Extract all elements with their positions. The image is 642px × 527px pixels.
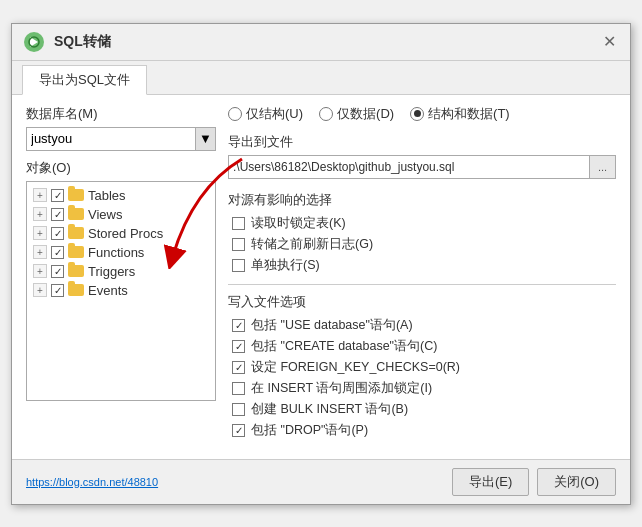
radio-structure-only[interactable]: 仅结构(U) <box>228 105 303 123</box>
app-icon <box>22 30 46 54</box>
expand-events[interactable]: + <box>33 283 47 297</box>
main-window: SQL转储 ✕ 导出为SQL文件 数据库名(M) justyou ▼ 对象(O)… <box>11 23 631 505</box>
checkbox-bulk-insert[interactable] <box>232 403 245 416</box>
footer: https://blog.csdn.net/48810 导出(E) 关闭(O) <box>12 459 630 504</box>
option-create-db: 包括 "CREATE database"语句(C) <box>228 338 616 355</box>
label-views: Views <box>88 207 122 222</box>
browse-button[interactable]: ... <box>590 155 616 179</box>
label-lock-tables: 读取时锁定表(K) <box>251 215 346 232</box>
label-bulk-insert: 创建 BULK INSERT 语句(B) <box>251 401 408 418</box>
main-content: 数据库名(M) justyou ▼ 对象(O) + Tables + <box>12 95 630 459</box>
object-section-label: 对象(O) <box>26 159 216 177</box>
label-functions: Functions <box>88 245 144 260</box>
tree-item-views[interactable]: + Views <box>29 205 213 224</box>
radio-structure-data[interactable]: 结构和数据(T) <box>410 105 510 123</box>
tree-item-triggers[interactable]: + Triggers <box>29 262 213 281</box>
checkbox-lock-tables[interactable] <box>232 217 245 230</box>
folder-events <box>68 284 84 296</box>
folder-stored-procs <box>68 227 84 239</box>
tab-export-sql[interactable]: 导出为SQL文件 <box>22 65 147 95</box>
right-panel: 仅结构(U) 仅数据(D) 结构和数据(T) 导出到文件 ... 对源有影响 <box>228 105 616 449</box>
title-bar-left: SQL转储 <box>22 30 111 54</box>
write-options-label: 写入文件选项 <box>228 293 616 311</box>
tree-item-tables[interactable]: + Tables <box>29 186 213 205</box>
checkbox-single-transaction[interactable] <box>232 259 245 272</box>
expand-stored-procs[interactable]: + <box>33 226 47 240</box>
expand-views[interactable]: + <box>33 207 47 221</box>
export-button[interactable]: 导出(E) <box>452 468 529 496</box>
option-fk-checks: 设定 FOREIGN_KEY_CHECKS=0(R) <box>228 359 616 376</box>
tab-bar: 导出为SQL文件 <box>12 61 630 95</box>
title-bar: SQL转储 ✕ <box>12 24 630 61</box>
export-file-label: 导出到文件 <box>228 133 616 151</box>
db-select-row: justyou ▼ <box>26 127 216 151</box>
option-lock-tables: 读取时锁定表(K) <box>228 215 616 232</box>
file-path-input[interactable] <box>228 155 590 179</box>
footer-buttons: 导出(E) 关闭(O) <box>452 468 616 496</box>
option-use-db: 包括 "USE database"语句(A) <box>228 317 616 334</box>
db-section-label: 数据库名(M) <box>26 105 216 123</box>
checkbox-use-db[interactable] <box>232 319 245 332</box>
checkbox-stored-procs[interactable] <box>51 227 64 240</box>
checkbox-lock-insert[interactable] <box>232 382 245 395</box>
folder-triggers <box>68 265 84 277</box>
option-drop-stmt: 包括 "DROP"语句(P) <box>228 422 616 439</box>
radio-circle-both[interactable] <box>410 107 424 121</box>
radio-circle-structure[interactable] <box>228 107 242 121</box>
label-triggers: Triggers <box>88 264 135 279</box>
checkbox-functions[interactable] <box>51 246 64 259</box>
label-flush-log: 转储之前刷新日志(G) <box>251 236 373 253</box>
option-flush-log: 转储之前刷新日志(G) <box>228 236 616 253</box>
label-events: Events <box>88 283 128 298</box>
expand-triggers[interactable]: + <box>33 264 47 278</box>
checkbox-events[interactable] <box>51 284 64 297</box>
radio-circle-data[interactable] <box>319 107 333 121</box>
tree-item-functions[interactable]: + Functions <box>29 243 213 262</box>
close-button-footer[interactable]: 关闭(O) <box>537 468 616 496</box>
folder-functions <box>68 246 84 258</box>
label-create-db: 包括 "CREATE database"语句(C) <box>251 338 437 355</box>
file-input-row: ... <box>228 155 616 179</box>
footer-link[interactable]: https://blog.csdn.net/48810 <box>26 476 158 488</box>
source-options-label: 对源有影响的选择 <box>228 191 616 209</box>
db-select-arrow[interactable]: ▼ <box>196 127 216 151</box>
label-single-transaction: 单独执行(S) <box>251 257 320 274</box>
expand-tables[interactable]: + <box>33 188 47 202</box>
label-tables: Tables <box>88 188 126 203</box>
checkbox-drop-stmt[interactable] <box>232 424 245 437</box>
checkbox-triggers[interactable] <box>51 265 64 278</box>
divider <box>228 284 616 285</box>
tree-item-events[interactable]: + Events <box>29 281 213 300</box>
write-options-section: 写入文件选项 包括 "USE database"语句(A) 包括 "CREATE… <box>228 293 616 439</box>
checkbox-create-db[interactable] <box>232 340 245 353</box>
option-single-transaction: 单独执行(S) <box>228 257 616 274</box>
radio-label-both: 结构和数据(T) <box>428 105 510 123</box>
radio-data-only[interactable]: 仅数据(D) <box>319 105 394 123</box>
expand-functions[interactable]: + <box>33 245 47 259</box>
folder-tables <box>68 189 84 201</box>
source-options-section: 对源有影响的选择 读取时锁定表(K) 转储之前刷新日志(G) 单独执行(S) <box>228 191 616 274</box>
tree-item-stored-procs[interactable]: + Stored Procs <box>29 224 213 243</box>
checkbox-fk-checks[interactable] <box>232 361 245 374</box>
db-select[interactable]: justyou <box>26 127 196 151</box>
label-drop-stmt: 包括 "DROP"语句(P) <box>251 422 368 439</box>
label-fk-checks: 设定 FOREIGN_KEY_CHECKS=0(R) <box>251 359 460 376</box>
close-button[interactable]: ✕ <box>599 32 620 51</box>
window-title: SQL转储 <box>54 33 111 51</box>
object-tree: + Tables + Views + Stored Proc <box>26 181 216 401</box>
checkbox-tables[interactable] <box>51 189 64 202</box>
option-lock-insert: 在 INSERT 语句周围添加锁定(I) <box>228 380 616 397</box>
checkbox-views[interactable] <box>51 208 64 221</box>
radio-group-top: 仅结构(U) 仅数据(D) 结构和数据(T) <box>228 105 616 123</box>
checkbox-flush-log[interactable] <box>232 238 245 251</box>
label-lock-insert: 在 INSERT 语句周围添加锁定(I) <box>251 380 432 397</box>
radio-label-structure: 仅结构(U) <box>246 105 303 123</box>
radio-label-data: 仅数据(D) <box>337 105 394 123</box>
label-stored-procs: Stored Procs <box>88 226 163 241</box>
option-bulk-insert: 创建 BULK INSERT 语句(B) <box>228 401 616 418</box>
folder-views <box>68 208 84 220</box>
label-use-db: 包括 "USE database"语句(A) <box>251 317 413 334</box>
left-panel: 数据库名(M) justyou ▼ 对象(O) + Tables + <box>26 105 216 449</box>
